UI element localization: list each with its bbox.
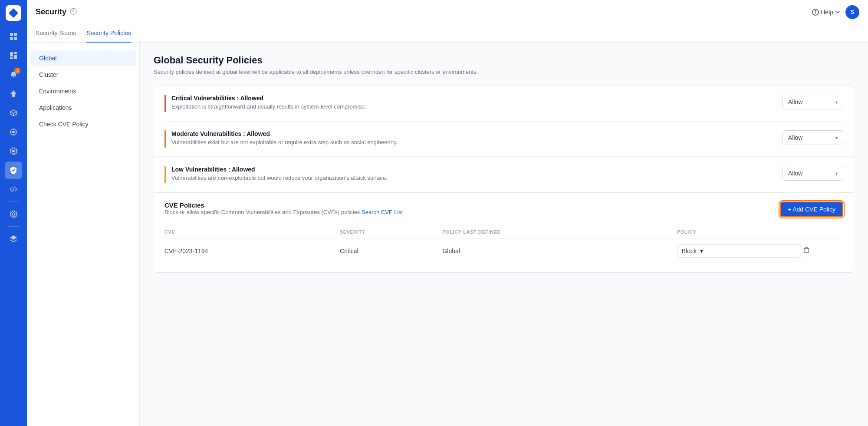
severity-cell: Critical (340, 238, 443, 264)
moderate-vuln-desc: Vulnerabilities exist but are not exploi… (171, 139, 776, 145)
search-cve-link[interactable]: Search CVE List (362, 209, 403, 215)
policy-cell: Block ▾ (677, 238, 802, 264)
col-policy: POLICY (677, 226, 802, 238)
global-policy-subtitle: Security policies defined at global leve… (154, 69, 854, 75)
low-vuln-left: Low Vulnerabilities : Allowed Vulnerabil… (164, 166, 776, 183)
moderate-policy-dropdown[interactable]: Allow ▾ (783, 130, 843, 145)
low-vuln-info: Low Vulnerabilities : Allowed Vulnerabil… (171, 166, 776, 183)
tab-security-scans[interactable]: Security Scans (36, 24, 76, 43)
notification-badge: 1 (14, 68, 20, 74)
sidebar-item-gear[interactable] (5, 142, 22, 160)
svg-rect-3 (14, 37, 17, 40)
chevron-down-icon-4: ▾ (700, 248, 703, 254)
sidebar-item-notification[interactable]: 1 (5, 66, 22, 83)
sidebar-item-code[interactable] (5, 181, 22, 198)
sidebar-item-layers[interactable] (5, 230, 22, 248)
low-dropdown-value: Allow (788, 170, 802, 177)
low-policy-dropdown[interactable]: Allow ▾ (783, 166, 843, 181)
svg-rect-1 (14, 33, 17, 36)
moderate-vuln-row: Moderate Vulnerabilities : Allowed Vulne… (154, 122, 854, 157)
delete-row-button[interactable] (801, 245, 812, 257)
critical-vuln-desc: Exploitation is straightforward and usua… (171, 103, 776, 110)
help-label: Help (821, 9, 833, 16)
critical-dropdown-value: Allow (788, 99, 802, 106)
moderate-dropdown-value: Allow (788, 134, 802, 141)
critical-vuln-title: Critical Vulnerabilities : Allowed (171, 95, 776, 102)
policy-value: Block (682, 248, 697, 254)
svg-rect-0 (10, 33, 13, 36)
cve-header-left: CVE Policies Block or allow specific Com… (164, 201, 403, 215)
col-policy-last-defined: POLICY LAST DEFINED (442, 226, 677, 238)
sidebar-item-shield[interactable] (5, 162, 22, 179)
low-indicator (164, 166, 166, 183)
low-vuln-desc: Vulnerabilities are non-exploitable but … (171, 175, 776, 181)
tabs-bar: Security Scans Security Policies (27, 24, 868, 43)
moderate-vuln-info: Moderate Vulnerabilities : Allowed Vulne… (171, 130, 776, 148)
sidebar-item-network[interactable] (5, 123, 22, 141)
svg-point-15 (73, 12, 74, 13)
header: Security Help S (27, 0, 868, 24)
row-policy-dropdown[interactable]: Block ▾ (677, 244, 802, 258)
svg-rect-4 (10, 52, 13, 56)
sidebar-item-cube[interactable] (5, 104, 22, 122)
left-nav-item-global[interactable]: Global (30, 50, 136, 66)
sidebar-item-grid[interactable] (5, 28, 22, 45)
tab-security-policies[interactable]: Security Policies (86, 24, 131, 43)
add-cve-button[interactable]: + Add CVE Policy (780, 201, 843, 217)
actions-cell (801, 238, 843, 264)
content-area: Global Cluster Environments Applications… (27, 43, 868, 426)
header-left: Security (36, 7, 77, 17)
left-nav: Global Cluster Environments Applications… (27, 43, 140, 426)
moderate-indicator (164, 130, 166, 148)
help-circle-icon (70, 8, 77, 17)
low-vuln-title: Low Vulnerabilities : Allowed (171, 166, 776, 173)
col-cve: CVE (164, 226, 340, 238)
svg-rect-2 (10, 37, 13, 40)
svg-rect-7 (10, 57, 13, 59)
chevron-down-icon: ▾ (835, 100, 838, 105)
table-row: CVE-2023-1194 Critical Global Block ▾ (164, 238, 843, 264)
sidebar: 1 (0, 0, 27, 426)
critical-policy-dropdown[interactable]: Allow ▾ (783, 95, 843, 109)
sidebar-divider (7, 201, 20, 202)
main-area: Security Help S Security Scans Security … (27, 0, 868, 426)
chevron-down-icon-3: ▾ (835, 171, 838, 176)
cve-table: CVE SEVERITY POLICY LAST DEFINED POLICY … (164, 226, 843, 264)
svg-point-17 (815, 13, 816, 14)
cve-section: CVE Policies Block or allow specific Com… (154, 193, 854, 272)
page-title: Security (36, 7, 66, 17)
help-button[interactable]: Help (812, 9, 840, 16)
left-nav-item-environments[interactable]: Environments (30, 83, 136, 99)
col-severity: SEVERITY (340, 226, 443, 238)
main-content: Global Security Policies Security polici… (140, 43, 868, 426)
add-cve-label: + Add CVE Policy (788, 206, 835, 213)
critical-vuln-info: Critical Vulnerabilities : Allowed Explo… (171, 95, 776, 112)
sidebar-item-settings2[interactable] (5, 205, 22, 223)
critical-vuln-left: Critical Vulnerabilities : Allowed Explo… (164, 95, 776, 112)
col-actions (801, 226, 843, 238)
policy-defined-cell: Global (442, 238, 677, 264)
moderate-vuln-left: Moderate Vulnerabilities : Allowed Vulne… (164, 130, 776, 148)
header-right: Help S (812, 5, 859, 19)
svg-rect-5 (14, 52, 17, 54)
sidebar-item-dashboard[interactable] (5, 47, 22, 64)
sidebar-item-deploy[interactable] (5, 85, 22, 102)
cve-title: CVE Policies (164, 201, 403, 209)
critical-indicator (164, 95, 166, 112)
avatar[interactable]: S (845, 5, 859, 19)
cve-header: CVE Policies Block or allow specific Com… (164, 201, 843, 217)
cve-subtitle: Block or allow specific Common Vulnerabi… (164, 209, 403, 215)
policy-card: Critical Vulnerabilities : Allowed Explo… (154, 86, 854, 273)
svg-rect-6 (14, 55, 17, 59)
chevron-down-icon-2: ▾ (835, 135, 838, 140)
left-nav-item-check-cve[interactable]: Check CVE Policy (30, 116, 136, 132)
cve-id-cell: CVE-2023-1194 (164, 238, 340, 264)
low-vuln-row: Low Vulnerabilities : Allowed Vulnerabil… (154, 157, 854, 192)
moderate-vuln-title: Moderate Vulnerabilities : Allowed (171, 130, 776, 137)
global-policy-title: Global Security Policies (154, 55, 854, 66)
app-logo[interactable] (6, 5, 21, 21)
left-nav-item-applications[interactable]: Applications (30, 100, 136, 116)
svg-point-9 (12, 131, 15, 133)
left-nav-item-cluster[interactable]: Cluster (30, 67, 136, 83)
critical-vuln-row: Critical Vulnerabilities : Allowed Explo… (154, 86, 854, 121)
